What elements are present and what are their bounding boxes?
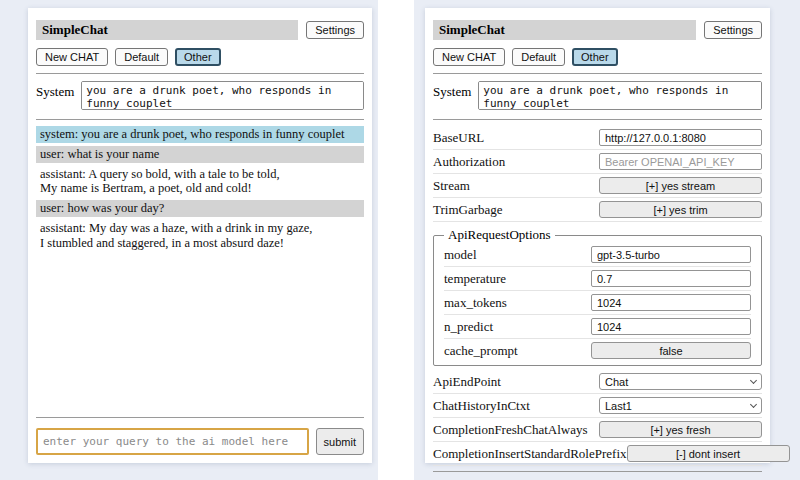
trimgarbage-label: TrimGarbage	[433, 202, 599, 218]
header: SimpleChat Settings	[433, 20, 762, 40]
setting-row-authorization: Authorization	[433, 150, 762, 174]
system-prompt-row: System you are a drunk poet, who respond…	[36, 81, 364, 110]
divider	[36, 73, 364, 74]
session-tab-other[interactable]: Other	[572, 48, 618, 66]
new-chat-button[interactable]: New CHAT	[433, 48, 505, 66]
chat-message-system: system: you are a drunk poet, who respon…	[36, 126, 364, 143]
system-prompt-input[interactable]: you are a drunk poet, who responds in fu…	[81, 81, 364, 110]
session-toolbar: New CHAT Default Other	[433, 48, 762, 66]
stream-label: Stream	[433, 178, 599, 194]
chat-history-select[interactable]: Last1	[599, 397, 762, 414]
n-predict-label: n_predict	[444, 319, 591, 335]
chat-message-list: system: you are a drunk poet, who respon…	[36, 126, 364, 412]
completion-insert-toggle-button[interactable]: [-] dont insert	[627, 445, 790, 462]
setting-row-chat-history: ChatHistoryInCtxt Last1	[433, 394, 762, 418]
max-tokens-label: max_tokens	[444, 295, 591, 311]
chat-message-user: user: how was your day?	[36, 200, 364, 217]
chat-message-assistant: assistant: My day was a haze, with a dri…	[36, 220, 364, 252]
setting-row-max-tokens: max_tokens	[444, 291, 751, 315]
settings-button[interactable]: Settings	[704, 21, 762, 39]
cache-prompt-toggle-button[interactable]: false	[591, 342, 751, 359]
system-label: System	[36, 81, 74, 110]
settings-list: BaseURL Authorization Stream [+] yes str…	[433, 126, 762, 466]
app-title: SimpleChat	[36, 20, 298, 40]
authorization-input[interactable]	[599, 153, 762, 170]
divider	[433, 73, 762, 74]
submit-button[interactable]: submit	[316, 428, 364, 455]
setting-row-completion-fresh: CompletionFreshChatAlways [+] yes fresh	[433, 418, 762, 442]
temperature-label: temperature	[444, 271, 591, 287]
setting-row-stream: Stream [+] yes stream	[433, 174, 762, 198]
setting-row-temperature: temperature	[444, 267, 751, 291]
settings-panel: SimpleChat Settings New CHAT Default Oth…	[425, 8, 770, 463]
setting-row-baseurl: BaseURL	[433, 126, 762, 150]
query-input[interactable]	[36, 428, 309, 455]
setting-row-n-predict: n_predict	[444, 315, 751, 339]
chat-history-selected-value: Last1	[605, 400, 632, 412]
api-endpoint-select[interactable]: Chat	[599, 373, 762, 390]
completion-insert-label: CompletionInsertStandardRolePrefix	[433, 446, 627, 462]
divider	[433, 471, 762, 472]
setting-row-completion-insert: CompletionInsertStandardRolePrefix [-] d…	[433, 442, 762, 466]
chat-screenshot-tile: SimpleChat Settings New CHAT Default Oth…	[0, 0, 378, 480]
system-prompt-row: System you are a drunk poet, who respond…	[433, 81, 762, 110]
n-predict-input[interactable]	[591, 318, 751, 335]
session-tab-default[interactable]: Default	[512, 48, 565, 66]
session-tab-other[interactable]: Other	[175, 48, 221, 66]
divider	[433, 119, 762, 120]
api-endpoint-selected-value: Chat	[605, 376, 628, 388]
session-toolbar: New CHAT Default Other	[36, 48, 364, 66]
system-label: System	[433, 81, 471, 110]
divider	[36, 417, 364, 418]
completion-fresh-toggle-button[interactable]: [+] yes fresh	[599, 421, 762, 438]
model-label: model	[444, 247, 591, 263]
app-title: SimpleChat	[433, 20, 696, 40]
temperature-input[interactable]	[591, 270, 751, 287]
cache-prompt-label: cache_prompt	[444, 343, 591, 359]
chat-message-user: user: what is your name	[36, 146, 364, 163]
chevron-down-icon	[750, 377, 757, 384]
stream-toggle-button[interactable]: [+] yes stream	[599, 177, 762, 194]
settings-screenshot-tile: SimpleChat Settings New CHAT Default Oth…	[414, 0, 800, 480]
query-row: submit	[36, 428, 364, 455]
trimgarbage-toggle-button[interactable]: [+] yes trim	[599, 201, 762, 218]
chat-message-assistant: assistant: A query so bold, with a tale …	[36, 166, 364, 198]
session-tab-default[interactable]: Default	[115, 48, 168, 66]
api-request-options-fieldset: ApiRequestOptions model temperature max_…	[433, 227, 762, 366]
header: SimpleChat Settings	[36, 20, 364, 40]
system-prompt-input[interactable]: you are a drunk poet, who responds in fu…	[478, 81, 762, 110]
chat-panel: SimpleChat Settings New CHAT Default Oth…	[28, 8, 372, 463]
setting-row-api-endpoint: ApiEndPoint Chat	[433, 370, 762, 394]
divider	[36, 119, 364, 120]
chevron-down-icon	[750, 401, 757, 408]
new-chat-button[interactable]: New CHAT	[36, 48, 108, 66]
settings-button[interactable]: Settings	[306, 21, 364, 39]
setting-row-model: model	[444, 243, 751, 267]
baseurl-label: BaseURL	[433, 130, 599, 146]
api-endpoint-label: ApiEndPoint	[433, 374, 599, 390]
model-input[interactable]	[591, 246, 751, 263]
chat-history-label: ChatHistoryInCtxt	[433, 398, 599, 414]
authorization-label: Authorization	[433, 154, 599, 170]
setting-row-trimgarbage: TrimGarbage [+] yes trim	[433, 198, 762, 222]
api-request-options-legend: ApiRequestOptions	[444, 227, 555, 243]
setting-row-cache-prompt: cache_prompt false	[444, 339, 751, 362]
completion-fresh-label: CompletionFreshChatAlways	[433, 422, 599, 438]
baseurl-input[interactable]	[599, 129, 762, 146]
max-tokens-input[interactable]	[591, 294, 751, 311]
